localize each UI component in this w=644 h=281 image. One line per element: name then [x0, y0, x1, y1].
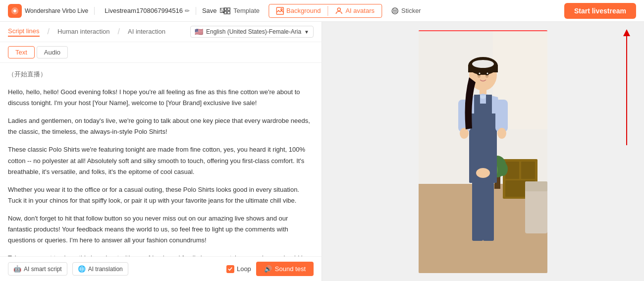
tab-audio[interactable]: Audio: [37, 46, 68, 58]
svg-rect-23: [525, 189, 547, 233]
script-paragraph-5: Now, don't forget to hit that follow but…: [8, 213, 314, 246]
header-nav: Template Background AI avatars Sticker: [216, 4, 428, 18]
svg-point-44: [476, 168, 490, 178]
script-paragraph-2: Ladies and gentlemen, on today's live, w…: [8, 115, 314, 137]
stream-name: Livestream1708067994516 ✏: [105, 7, 190, 14]
loop-label: Loop: [237, 265, 251, 273]
avatar-selection-indicator: [419, 30, 547, 31]
tab-script-lines[interactable]: Script lines: [8, 27, 40, 37]
bottom-toolbar: 🤖 AI smart script 🌐 AI translation Loop …: [0, 256, 322, 281]
app-logo-text: Wondershare Virbo Live: [25, 7, 88, 14]
svg-point-8: [392, 8, 398, 14]
script-paragraph-1: Hello, hello, hello! Good evening folks!…: [8, 87, 314, 109]
main-content: Script lines / Human interaction / AI in…: [0, 22, 644, 281]
app-logo-icon: [8, 4, 22, 18]
svg-point-42: [460, 128, 469, 139]
tab-human-interaction[interactable]: Human interaction: [57, 28, 110, 36]
svg-rect-39: [474, 104, 492, 118]
svg-rect-3: [224, 11, 226, 14]
svg-point-43: [497, 128, 506, 139]
ai-smart-script-label: AI smart script: [24, 266, 62, 273]
nav-ai-avatars-label: AI avatars: [345, 7, 375, 14]
left-panel: Script lines / Human interaction / AI in…: [0, 22, 322, 281]
language-label: English (United States)-Female-Aria: [206, 28, 301, 35]
nav-ai-avatars-button[interactable]: AI avatars: [328, 4, 381, 17]
nav-sticker-button[interactable]: Sticker: [384, 4, 428, 17]
stream-name-text: Livestream1708067994516: [105, 7, 183, 14]
sound-test-icon: 🔊: [264, 265, 272, 273]
nav-sticker-label: Sticker: [401, 7, 421, 14]
script-paragraph-4: Whether you wear it to the office or for…: [8, 184, 314, 206]
svg-point-22: [498, 162, 508, 176]
right-panel-preview: [322, 22, 644, 281]
type-tabs-row: Text Audio: [0, 42, 322, 63]
loop-checkbox[interactable]: Loop: [226, 265, 251, 273]
avatar-preview: [419, 30, 547, 273]
ai-translation-label: AI translation: [88, 266, 123, 273]
start-livestream-button[interactable]: Start livestream: [564, 3, 636, 19]
arrow-line: [626, 36, 627, 145]
svg-rect-2: [227, 8, 230, 10]
arrow-indicator: [623, 29, 630, 145]
arrow-head: [623, 29, 630, 36]
save-label: Save: [202, 7, 217, 14]
language-selector[interactable]: 🇺🇸 English (United States)-Female-Aria ▼: [190, 26, 314, 38]
avatar-scene-svg: [419, 30, 547, 273]
svg-rect-45: [472, 181, 483, 241]
ai-smart-script-icon: 🤖: [13, 265, 21, 273]
svg-rect-24: [525, 181, 547, 191]
svg-rect-41: [495, 100, 508, 132]
app-header: Wondershare Virbo Live Livestream1708067…: [0, 0, 644, 22]
nav-template-button[interactable]: Template: [216, 4, 267, 17]
nav-background-button[interactable]: Background: [269, 4, 327, 17]
svg-rect-4: [227, 11, 230, 14]
header-divider-2: [196, 7, 196, 15]
nav-background-label: Background: [286, 7, 321, 14]
sound-test-button[interactable]: 🔊 Sound test: [256, 262, 314, 276]
script-title: （开始直播）: [8, 69, 314, 80]
ai-smart-script-button[interactable]: 🤖 AI smart script: [8, 262, 67, 276]
flag-icon: 🇺🇸: [195, 28, 203, 36]
svg-point-7: [337, 8, 340, 11]
check-icon: [226, 265, 234, 273]
ai-translation-button[interactable]: 🌐 AI translation: [72, 262, 128, 276]
svg-point-34: [487, 72, 488, 74]
edit-stream-name-icon[interactable]: ✏: [185, 7, 190, 14]
svg-point-28: [472, 60, 494, 68]
svg-point-6: [281, 8, 282, 10]
tab-ai-interaction[interactable]: AI interaction: [128, 28, 165, 36]
svg-rect-1: [224, 8, 226, 10]
logo-area: Wondershare Virbo Live: [8, 4, 88, 18]
script-paragraph-6: Take a moment to share this broadcast wi…: [8, 253, 314, 256]
svg-rect-17: [521, 162, 535, 179]
header-divider-1: [94, 7, 95, 15]
svg-rect-46: [483, 181, 494, 241]
script-paragraph-3: These classic Polo Shirts we're featurin…: [8, 144, 314, 177]
svg-point-33: [479, 72, 481, 74]
script-content-area[interactable]: （开始直播） Hello, hello, hello! Good evening…: [0, 63, 322, 256]
svg-point-9: [393, 9, 394, 10]
sound-test-label: Sound test: [275, 265, 306, 273]
tab-text[interactable]: Text: [8, 46, 35, 58]
nav-template-label: Template: [233, 7, 260, 14]
main-tabs-row: Script lines / Human interaction / AI in…: [0, 22, 322, 42]
ai-translation-icon: 🌐: [78, 265, 86, 273]
chevron-down-icon: ▼: [304, 29, 309, 35]
svg-point-10: [395, 9, 396, 10]
